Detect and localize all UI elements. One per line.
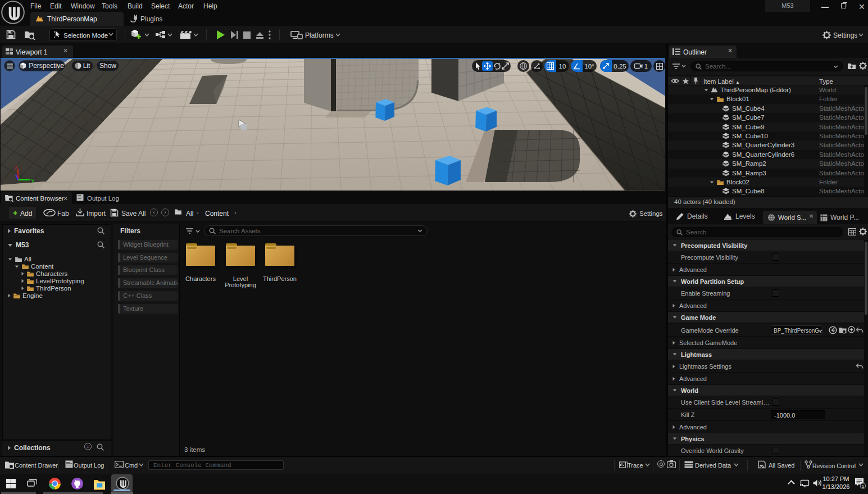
svg-text:z: z — [15, 165, 17, 170]
svg-text:1: 1 — [862, 484, 865, 489]
svg-text:y: y — [31, 178, 34, 183]
